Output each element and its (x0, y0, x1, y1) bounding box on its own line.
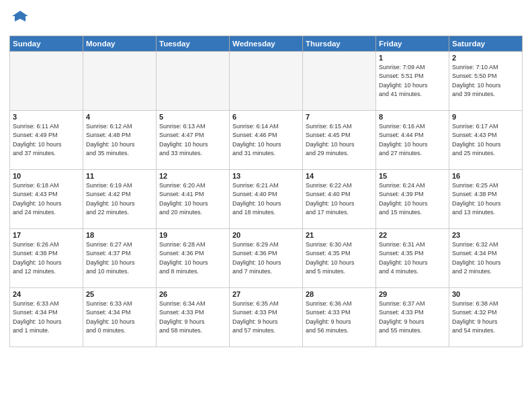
day-number: 13 (232, 172, 300, 180)
day-info: Sunrise: 7:10 AMSunset: 5:50 PMDaylight:… (452, 63, 519, 99)
day-cell: 6Sunrise: 6:14 AMSunset: 4:46 PMDaylight… (230, 110, 303, 169)
day-number: 18 (86, 231, 153, 239)
day-number: 29 (379, 290, 446, 298)
day-cell: 1Sunrise: 7:09 AMSunset: 5:51 PMDaylight… (376, 51, 449, 110)
weekday-monday: Monday (83, 36, 157, 51)
day-cell: 26Sunrise: 6:34 AMSunset: 4:33 PMDayligh… (157, 287, 230, 347)
day-number: 22 (379, 231, 446, 239)
day-cell: 2Sunrise: 7:10 AMSunset: 5:50 PMDaylight… (449, 51, 523, 110)
day-number: 7 (306, 113, 373, 121)
day-number: 19 (159, 231, 226, 239)
day-number: 6 (232, 113, 300, 121)
week-row-4: 24Sunrise: 6:33 AMSunset: 4:34 PMDayligh… (10, 287, 523, 347)
day-number: 21 (306, 231, 373, 239)
day-cell: 13Sunrise: 6:21 AMSunset: 4:40 PMDayligh… (230, 169, 303, 228)
day-info: Sunrise: 7:09 AMSunset: 5:51 PMDaylight:… (379, 63, 446, 99)
day-cell: 9Sunrise: 6:17 AMSunset: 4:43 PMDaylight… (449, 110, 523, 169)
day-info: Sunrise: 6:37 AMSunset: 4:33 PMDaylight:… (379, 300, 446, 336)
day-info: Sunrise: 6:33 AMSunset: 4:34 PMDaylight:… (13, 300, 80, 336)
day-number: 10 (13, 172, 80, 180)
logo-text (9, 9, 30, 32)
day-info: Sunrise: 6:24 AMSunset: 4:39 PMDaylight:… (379, 181, 446, 218)
day-info: Sunrise: 6:26 AMSunset: 4:38 PMDaylight:… (13, 240, 80, 277)
day-info: Sunrise: 6:34 AMSunset: 4:33 PMDaylight:… (159, 300, 226, 336)
day-cell: 23Sunrise: 6:32 AMSunset: 4:34 PMDayligh… (449, 228, 523, 287)
day-number: 5 (159, 113, 226, 121)
day-number: 30 (452, 290, 519, 298)
page: SundayMondayTuesdayWednesdayThursdayFrid… (0, 0, 532, 411)
week-row-2: 10Sunrise: 6:18 AMSunset: 4:43 PMDayligh… (10, 169, 523, 228)
logo-bird-icon (11, 9, 30, 28)
day-number: 27 (232, 290, 300, 298)
day-number: 9 (452, 113, 519, 121)
day-cell: 7Sunrise: 6:15 AMSunset: 4:45 PMDaylight… (303, 110, 376, 169)
day-cell: 10Sunrise: 6:18 AMSunset: 4:43 PMDayligh… (10, 169, 83, 228)
weekday-tuesday: Tuesday (157, 36, 230, 51)
day-info: Sunrise: 6:22 AMSunset: 4:40 PMDaylight:… (306, 181, 373, 218)
day-info: Sunrise: 6:33 AMSunset: 4:34 PMDaylight:… (86, 300, 153, 336)
day-info: Sunrise: 6:27 AMSunset: 4:37 PMDaylight:… (86, 240, 153, 277)
day-number: 4 (86, 113, 153, 121)
day-number: 24 (13, 290, 80, 298)
day-number: 28 (306, 290, 373, 298)
day-number: 1 (379, 54, 446, 62)
day-number: 11 (86, 172, 153, 180)
week-row-1: 3Sunrise: 6:11 AMSunset: 4:49 PMDaylight… (10, 110, 523, 169)
day-number: 17 (13, 231, 80, 239)
day-cell: 11Sunrise: 6:19 AMSunset: 4:42 PMDayligh… (83, 169, 157, 228)
weekday-wednesday: Wednesday (230, 36, 303, 51)
day-cell: 12Sunrise: 6:20 AMSunset: 4:41 PMDayligh… (157, 169, 230, 228)
day-cell (230, 51, 303, 110)
day-cell: 30Sunrise: 6:38 AMSunset: 4:32 PMDayligh… (449, 287, 523, 347)
day-number: 23 (452, 231, 519, 239)
day-cell: 14Sunrise: 6:22 AMSunset: 4:40 PMDayligh… (303, 169, 376, 228)
weekday-saturday: Saturday (449, 36, 523, 51)
day-number: 2 (452, 54, 519, 62)
day-cell: 3Sunrise: 6:11 AMSunset: 4:49 PMDaylight… (10, 110, 83, 169)
day-info: Sunrise: 6:38 AMSunset: 4:32 PMDaylight:… (452, 300, 519, 336)
day-number: 16 (452, 172, 519, 180)
day-number: 26 (159, 290, 226, 298)
day-info: Sunrise: 6:12 AMSunset: 4:48 PMDaylight:… (86, 122, 153, 158)
day-info: Sunrise: 6:20 AMSunset: 4:41 PMDaylight:… (159, 181, 226, 218)
day-cell: 4Sunrise: 6:12 AMSunset: 4:48 PMDaylight… (83, 110, 157, 169)
day-info: Sunrise: 6:11 AMSunset: 4:49 PMDaylight:… (13, 122, 80, 158)
day-number: 14 (306, 172, 373, 180)
day-cell: 25Sunrise: 6:33 AMSunset: 4:34 PMDayligh… (83, 287, 157, 347)
weekday-friday: Friday (376, 36, 449, 51)
day-cell: 17Sunrise: 6:26 AMSunset: 4:38 PMDayligh… (10, 228, 83, 287)
day-number: 20 (232, 231, 300, 239)
weekday-header-row: SundayMondayTuesdayWednesdayThursdayFrid… (10, 36, 523, 51)
day-info: Sunrise: 6:21 AMSunset: 4:40 PMDaylight:… (232, 181, 300, 218)
day-info: Sunrise: 6:17 AMSunset: 4:43 PMDaylight:… (452, 122, 519, 158)
day-info: Sunrise: 6:30 AMSunset: 4:35 PMDaylight:… (306, 240, 373, 277)
day-info: Sunrise: 6:35 AMSunset: 4:33 PMDaylight:… (232, 300, 300, 336)
day-info: Sunrise: 6:18 AMSunset: 4:43 PMDaylight:… (13, 181, 80, 218)
logo (9, 9, 30, 32)
day-cell (83, 51, 157, 110)
day-cell: 20Sunrise: 6:29 AMSunset: 4:36 PMDayligh… (230, 228, 303, 287)
day-info: Sunrise: 6:16 AMSunset: 4:44 PMDaylight:… (379, 122, 446, 158)
weekday-sunday: Sunday (10, 36, 83, 51)
day-info: Sunrise: 6:13 AMSunset: 4:47 PMDaylight:… (159, 122, 226, 158)
day-info: Sunrise: 6:32 AMSunset: 4:34 PMDaylight:… (452, 240, 519, 277)
day-cell: 19Sunrise: 6:28 AMSunset: 4:36 PMDayligh… (157, 228, 230, 287)
day-info: Sunrise: 6:15 AMSunset: 4:45 PMDaylight:… (306, 122, 373, 158)
day-number: 3 (13, 113, 80, 121)
day-number: 12 (159, 172, 226, 180)
day-number: 8 (379, 113, 446, 121)
day-info: Sunrise: 6:31 AMSunset: 4:35 PMDaylight:… (379, 240, 446, 277)
day-cell: 24Sunrise: 6:33 AMSunset: 4:34 PMDayligh… (10, 287, 83, 347)
day-cell: 29Sunrise: 6:37 AMSunset: 4:33 PMDayligh… (376, 287, 449, 347)
day-cell: 5Sunrise: 6:13 AMSunset: 4:47 PMDaylight… (157, 110, 230, 169)
day-info: Sunrise: 6:29 AMSunset: 4:36 PMDaylight:… (232, 240, 300, 277)
day-cell: 18Sunrise: 6:27 AMSunset: 4:37 PMDayligh… (83, 228, 157, 287)
svg-marker-0 (12, 11, 28, 21)
day-cell (303, 51, 376, 110)
day-info: Sunrise: 6:36 AMSunset: 4:33 PMDaylight:… (306, 300, 373, 336)
day-number: 25 (86, 290, 153, 298)
day-info: Sunrise: 6:19 AMSunset: 4:42 PMDaylight:… (86, 181, 153, 218)
day-cell: 21Sunrise: 6:30 AMSunset: 4:35 PMDayligh… (303, 228, 376, 287)
header (9, 7, 523, 32)
day-cell: 16Sunrise: 6:25 AMSunset: 4:38 PMDayligh… (449, 169, 523, 228)
